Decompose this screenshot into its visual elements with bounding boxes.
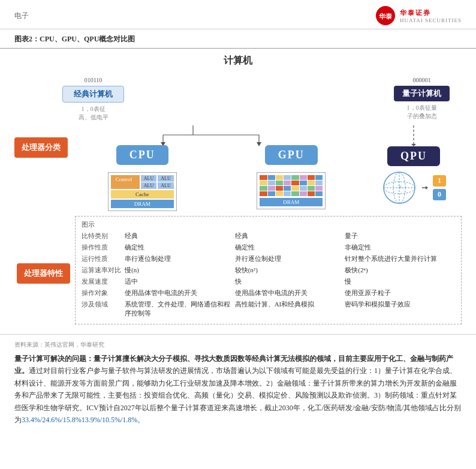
prop-qpu-2: 针对整个系统进行大量并行计算 <box>345 254 455 263</box>
prop-cpu-4: 适中 <box>125 277 235 286</box>
prop-label-2: 运行性质 <box>82 254 125 263</box>
cpu-alu-1: ALU <box>141 175 156 182</box>
prop-row-2: 运行性质 串行逐位制处理 并行逐位制处理 针对整个系统进行大量并行计算 <box>82 254 455 263</box>
prop-cpu-3: 慢(n) <box>125 266 235 275</box>
quantum-to-qpu-arrow <box>390 125 438 146</box>
prop-qpu-6: 密码学和模拟量子效应 <box>345 300 455 318</box>
prop-qpu-1: 非确定性 <box>345 243 455 252</box>
qpu-sphere: × <box>381 170 417 206</box>
classical-label: 经典计算机 <box>62 86 124 103</box>
cpu-cache: Cache <box>111 190 174 199</box>
bottom-text-area: 资料来源：英伟达官网，华泰研究 量子计算可解决的问题：量子计算擅长解决大分子模拟… <box>0 334 476 434</box>
qpu-label: QPU <box>387 146 440 166</box>
cpu-col: CPU Control ALU ALU <box>68 145 217 211</box>
prop-gpu-6: 高性能计算、AI和经典模拟 <box>235 300 345 318</box>
logo-name: 华泰证券 <box>400 9 431 16</box>
section-title: 图表2：CPU、GPU、QPU概念对比图 <box>0 29 476 49</box>
body-blue-end: 33.4%/24.6%/15.8%13.9%/10.5%/1.8%。 <box>22 416 144 424</box>
svg-marker-17 <box>426 186 428 190</box>
processor-category-label: 处理器分类 <box>14 137 68 158</box>
logo-icon: 华泰 <box>375 5 396 26</box>
processor-properties-label: 处理器特性 <box>17 263 70 284</box>
quantum-bits-desc: 1，0表征量 子的叠加态 <box>407 104 437 121</box>
prop-row-5: 操作对象 使用晶体管中电流的开关 使用晶体管中电流的开关 使用亚原子粒子 <box>82 288 455 297</box>
prop-cpu-5: 使用晶体管中电流的开关 <box>125 288 235 297</box>
logo-area: 华泰 华泰证券 HUATAI SECURITIES <box>375 5 462 26</box>
prop-qpu-3: 极快(2ⁿ) <box>345 266 455 275</box>
prop-qpu-0: 量子 <box>345 232 455 240</box>
prop-cpu-2: 串行逐位制处理 <box>125 254 235 263</box>
diagram-title: 计算机 <box>14 55 462 67</box>
qpu-bit-0: 0 <box>433 189 446 200</box>
prop-row-4: 发展速度 适中 快 慢 <box>82 277 455 286</box>
prop-label-6: 涉及领域 <box>82 300 125 318</box>
prop-label-1: 操作性质 <box>82 243 125 252</box>
classical-computer-box: 010110 经典计算机 1，0表征 高、低电平 <box>62 77 124 122</box>
cpu-alu-2: ALU <box>158 175 173 182</box>
prop-row-0: 比特类别 经典 经典 量子 <box>82 232 455 240</box>
prop-cpu-0: 经典 <box>125 232 235 240</box>
gpu-label: GPU <box>265 145 318 165</box>
prop-diagram-qpu-icon <box>345 220 455 229</box>
svg-text:华泰: 华泰 <box>378 13 392 20</box>
diagram-area: 计算机 010110 经典计算机 1，0表征 高、低电平 000001 量子计算… <box>0 49 476 330</box>
prop-row-1: 操作性质 确定性 确定性 非确定性 <box>82 243 455 252</box>
prop-label-5: 操作对象 <box>82 288 125 297</box>
prop-cpu-6: 系统管理、文件处理、网络通信和程序控制等 <box>125 300 235 318</box>
prop-gpu-1: 确定性 <box>235 243 345 252</box>
classical-bits-desc: 1，0表征 高、低电平 <box>79 105 109 122</box>
prop-cpu-1: 确定性 <box>125 243 235 252</box>
cpu-alu-4: ALU <box>158 182 173 189</box>
prop-diagram-cpu-icon <box>125 220 235 229</box>
quantum-label: 量子计算机 <box>394 86 450 101</box>
prop-label-3: 运算速率对比 <box>82 266 125 275</box>
prop-label-0: 比特类别 <box>82 232 125 240</box>
page: 电子 华泰 华泰证券 HUATAI SECURITIES 图表2：CPU、GPU… <box>0 0 476 469</box>
prop-row-3: 运算速率对比 慢(n) 较快(n²) 极快(2ⁿ) <box>82 266 455 275</box>
gpu-col: GPU <box>217 145 366 211</box>
prop-gpu-3: 较快(n²) <box>235 266 345 275</box>
logo-text-area: 华泰证券 HUATAI SECURITIES <box>400 8 462 23</box>
cpu-dram: DRAM <box>111 200 174 208</box>
logo-subtitle: HUATAI SECURITIES <box>400 17 462 23</box>
cpu-alu-3: ALU <box>141 182 156 189</box>
classical-to-chips-arrows <box>139 125 295 146</box>
body-text: 量子计算可解决的问题：量子计算擅长解决大分子模拟、寻找大数质因数等经典计算无法模… <box>14 353 462 426</box>
prop-diagram-gpu-icon <box>235 220 345 229</box>
qpu-bit-1: 1 <box>433 175 446 187</box>
gpu-dram: DRAM <box>260 198 323 206</box>
prop-gpu-2: 并行逐位制处理 <box>235 254 345 263</box>
cpu-label: CPU <box>116 145 168 165</box>
prop-qpu-4: 慢 <box>345 277 455 286</box>
arrow-right-icon <box>422 182 428 194</box>
prop-diagram-label: 图示 <box>82 220 125 229</box>
prop-gpu-0: 经典 <box>235 232 345 240</box>
cpu-control: Control <box>111 175 140 189</box>
prop-row-6: 涉及领域 系统管理、文件处理、网络通信和程序控制等 高性能计算、AI和经典模拟 … <box>82 300 455 318</box>
prop-label-4: 发展速度 <box>82 277 125 286</box>
prop-gpu-5: 使用晶体管中电流的开关 <box>235 288 345 297</box>
quantum-bits-1: 000001 <box>413 77 431 83</box>
svg-text:×: × <box>398 183 402 191</box>
diagram-icon-row: 图示 <box>82 220 455 229</box>
prop-qpu-5: 使用亚原子粒子 <box>345 288 455 297</box>
header: 电子 华泰 华泰证券 HUATAI SECURITIES <box>0 0 476 29</box>
classical-bits-1: 010110 <box>85 77 103 83</box>
prop-gpu-4: 快 <box>235 277 345 286</box>
body-bold-intro: 量子计算可解决的问题：量子计算擅长解决大分子模拟、寻找大数质因数等经典计算无法模… <box>14 354 453 375</box>
category-label: 电子 <box>14 11 29 21</box>
quantum-computer-box: 000001 量子计算机 1，0表征量 子的叠加态 <box>394 77 450 121</box>
source-line: 资料来源：英伟达官网，华泰研究 <box>14 341 462 349</box>
